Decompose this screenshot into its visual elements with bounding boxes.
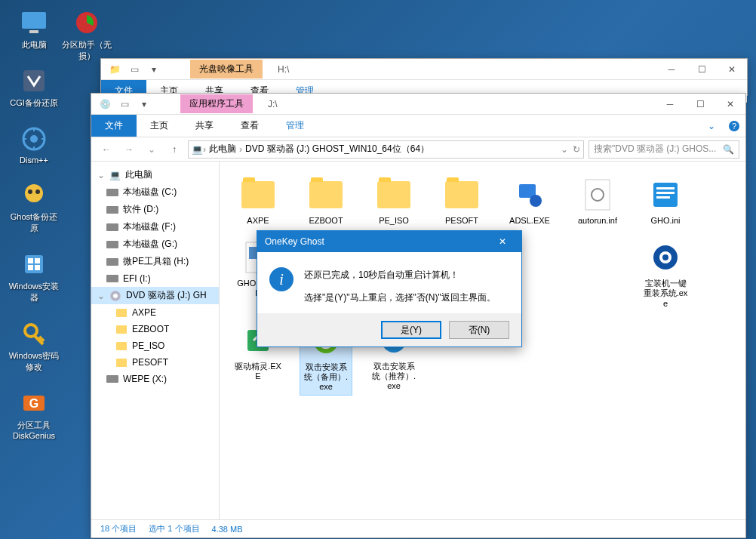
svg-text:?: ? (732, 122, 736, 131)
window-title: H:\ (278, 64, 289, 75)
minimize-button[interactable]: ─ (656, 59, 687, 80)
app-icon: 📁 (107, 62, 122, 77)
qat-new[interactable]: ▾ (137, 97, 152, 112)
onekey-ghost-dialog: OneKey Ghost ✕ i 还原已完成，10秒后自动重启计算机！ 选择"是… (257, 230, 522, 347)
desktop-icon-this-pc[interactable]: 此电脑 (8, 8, 60, 51)
nav-drive-h[interactable]: 微PE工具箱 (H:) (91, 253, 219, 270)
svg-rect-0 (22, 12, 46, 29)
pc-icon: 💻 (192, 144, 203, 155)
ribbon-tab-view[interactable]: 查看 (227, 115, 272, 137)
nav-this-pc[interactable]: ⌄ 💻 此电脑 (91, 166, 219, 183)
nav-drive-d[interactable]: 软件 (D:) (91, 201, 219, 218)
search-icon: 🔍 (723, 144, 734, 155)
address-bar[interactable]: 💻 › 此电脑 › DVD 驱动器 (J:) GHOST_WIN10_64位（6… (188, 140, 584, 159)
svg-rect-21 (585, 180, 610, 210)
nav-up-button[interactable]: ↑ (165, 140, 183, 159)
qat-properties[interactable]: ▭ (117, 97, 132, 112)
desktop-icon-ghost-backup[interactable]: Ghost备份还原 (8, 180, 60, 234)
status-selected-count: 选中 1 个项目 (149, 523, 199, 534)
window-title: J:\ (268, 99, 278, 109)
svg-text:G: G (29, 397, 38, 410)
folder-peiso[interactable]: PE_ISO (367, 174, 420, 229)
nav-folder-ezboot[interactable]: EZBOOT (91, 321, 219, 337)
ribbon-expand[interactable]: ⌄ (700, 115, 723, 137)
context-tab-disc-image[interactable]: 光盘映像工具 (190, 60, 263, 79)
nav-folder-peiso[interactable]: PE_ISO (91, 337, 219, 354)
navigation-pane: ⌄ 💻 此电脑 本地磁盘 (C:) 软件 (D:) 本地磁盘 (F:) 本地磁盘… (91, 162, 220, 519)
folder-pesoft[interactable]: PESOFT (435, 174, 488, 229)
app-icon: 💿 (97, 97, 112, 112)
svg-rect-2 (23, 70, 45, 91)
dialog-close-button[interactable]: ✕ (491, 236, 514, 247)
desktop-icon-diskgenius[interactable]: G 分区工具DiskGenius (8, 388, 60, 440)
pc-icon: 💻 (109, 170, 121, 180)
svg-point-5 (25, 184, 43, 202)
dialog-no-button[interactable]: 否(N) (449, 321, 509, 339)
file-onekey-install-exe[interactable]: 宝装机一键重装系统.exe (639, 236, 692, 312)
status-bar: 18 个项目 选中 1 个项目 4.38 MB (91, 519, 745, 537)
info-icon: i (269, 267, 293, 291)
search-input[interactable]: 搜索"DVD 驱动器 (J:) GHOS... 🔍 (589, 140, 739, 159)
svg-point-7 (35, 189, 40, 194)
nav-folder-pesoft[interactable]: PESOFT (91, 354, 219, 371)
desktop-icon-dism[interactable]: Dism++ (8, 124, 60, 165)
refresh-button[interactable]: ↻ (573, 144, 580, 155)
svg-rect-1 (29, 30, 38, 33)
svg-rect-26 (656, 196, 670, 199)
dialog-message-line2: 选择"是(Y)"马上重启，选择"否(N)"返回主界面。 (304, 290, 496, 306)
svg-point-20 (530, 195, 542, 207)
svg-rect-25 (656, 192, 675, 194)
svg-rect-12 (35, 265, 40, 270)
help-button[interactable]: ? (723, 115, 745, 137)
dialog-message-line1: 还原已完成，10秒后自动重启计算机！ (304, 267, 496, 284)
svg-rect-11 (28, 265, 33, 270)
file-adsl-exe[interactable]: ADSL.EXE (503, 174, 556, 229)
nav-back-button[interactable]: ← (97, 140, 115, 159)
svg-rect-23 (653, 183, 678, 207)
svg-rect-8 (25, 255, 43, 273)
svg-rect-9 (28, 258, 33, 263)
address-dropdown[interactable]: ⌄ (561, 144, 568, 155)
status-size: 4.38 MB (212, 525, 243, 534)
ribbon-tab-file[interactable]: 文件 (91, 115, 137, 137)
ribbon-tab-home[interactable]: 主页 (137, 115, 182, 137)
qat-new[interactable]: ▾ (146, 62, 161, 77)
chevron-down-icon: ⌄ (97, 170, 105, 180)
desktop-icon-win-passwd[interactable]: Windows密码修改 (8, 319, 60, 373)
close-button[interactable]: ✕ (717, 59, 747, 80)
svg-point-4 (30, 135, 38, 143)
maximize-button[interactable]: ☐ (687, 59, 717, 80)
svg-rect-24 (656, 187, 675, 189)
explorer-window-h: 📁 ▭ ▾ 光盘映像工具 H:\ ─ ☐ ✕ 文件 主页 共享 查看 管理 (100, 58, 748, 96)
file-gho-ini[interactable]: GHO.ini (639, 174, 692, 229)
nav-drive-g[interactable]: 本地磁盘 (G:) (91, 236, 219, 253)
maximize-button[interactable]: ☐ (685, 94, 715, 115)
folder-axpe[interactable]: AXPE (232, 174, 284, 229)
dialog-title: OneKey Ghost (265, 236, 324, 247)
nav-recent-button[interactable]: ⌄ (143, 140, 161, 159)
ribbon-tab-share[interactable]: 共享 (182, 115, 227, 137)
nav-drive-x[interactable]: WEPE (X:) (91, 371, 219, 387)
dialog-yes-button[interactable]: 是(Y) (381, 321, 441, 339)
svg-point-6 (28, 189, 32, 194)
minimize-button[interactable]: ─ (655, 94, 685, 115)
desktop-icon-cgi-backup[interactable]: CGI备份还原 (8, 66, 60, 109)
nav-drive-i[interactable]: EFI (I:) (91, 270, 219, 287)
svg-point-32 (662, 254, 668, 260)
nav-forward-button[interactable]: → (120, 140, 138, 159)
status-item-count: 18 个项目 (100, 523, 137, 534)
folder-ezboot[interactable]: EZBOOT (300, 174, 352, 229)
svg-rect-10 (35, 258, 40, 263)
nav-drive-j-dvd[interactable]: ⌄DVD 驱动器 (J:) GH (91, 287, 219, 304)
desktop-icon-partition-assist[interactable]: 分区助手（无损） (60, 8, 113, 62)
nav-drive-f[interactable]: 本地磁盘 (F:) (91, 218, 219, 236)
desktop-icon-win-installer[interactable]: Windows安装器 (8, 249, 60, 303)
qat-properties[interactable]: ▭ (127, 62, 142, 77)
nav-folder-axpe[interactable]: AXPE (91, 304, 219, 321)
close-button[interactable]: ✕ (715, 94, 745, 115)
ribbon-tab-manage[interactable]: 管理 (272, 115, 318, 137)
file-autorun-inf[interactable]: autorun.inf (571, 174, 624, 229)
context-tab-app-tools[interactable]: 应用程序工具 (180, 94, 253, 113)
nav-drive-c[interactable]: 本地磁盘 (C:) (91, 183, 219, 201)
